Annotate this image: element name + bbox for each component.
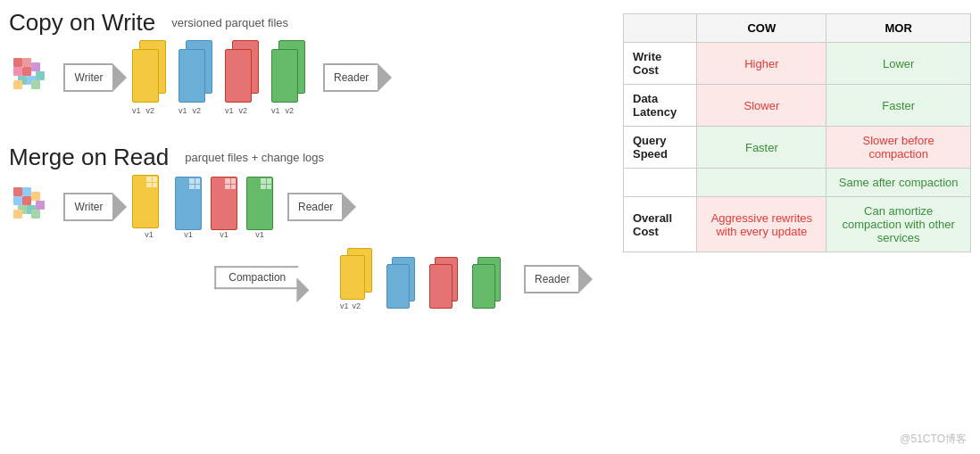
cow-file-4: v1 v2 [271,40,309,115]
mor-f2-v1: v1 [184,230,193,239]
svg-rect-17 [36,201,45,210]
table-row: Data Latency Slower Faster [624,85,971,127]
cow-title: Copy on Write [9,9,155,36]
comp-file-1: v1 v2 [340,248,378,310]
cow-flow: Writer v1 v2 [9,40,614,115]
svg-rect-7 [36,71,45,80]
comparison-table-section: COW MOR Write Cost Higher Lower Data Lat… [623,9,971,445]
mor-query-speed: Slower before compaction [826,127,971,169]
cow-f1-v2: v2 [146,106,155,115]
table-row: Overall Cost Aggressive rewrites with ev… [624,197,971,252]
cow-file-3: v1 v2 [225,40,262,115]
cow-reader-label: Reader [323,63,378,92]
comparison-table: COW MOR Write Cost Higher Lower Data Lat… [623,13,971,252]
compaction-arrow: Compaction [212,254,312,303]
svg-rect-10 [13,187,22,196]
svg-rect-12 [13,196,22,205]
compaction-arrowhead [296,277,309,302]
mor-reader-label: Reader [287,193,342,221]
svg-rect-2 [13,67,22,76]
cow-data-latency: Slower [697,85,826,127]
comp-file-3 [429,257,463,310]
mor-file-3: v1 [211,177,237,239]
cow-f3-v1: v1 [225,106,234,115]
row-label-overall-cost: Overall Cost [624,197,697,252]
mor-files: v1 v1 [132,175,277,239]
mor-f3-v1: v1 [220,230,228,239]
svg-rect-4 [31,62,40,71]
compaction-row: Compaction v1 v2 [214,248,614,310]
mor-writer-arrow: Writer [63,193,127,221]
row-label-empty [624,169,697,197]
cow-f1-v1: v1 [132,106,141,115]
cow-files: v1 v2 v1 v2 [132,40,312,115]
comp-file-2 [386,257,420,310]
mor-blob-icon [9,183,58,232]
mor-writer-label: Writer [63,193,112,221]
mor-f4-v1: v1 [255,230,264,239]
mor-file-2: v1 [175,177,202,239]
cow-file-2: v1 v2 [179,40,216,115]
cow-subtitle: versioned parquet files [171,16,288,29]
table-row: Same after compaction [624,169,971,197]
mor-subtitle: parquet files + change logs [185,151,324,164]
svg-rect-14 [31,192,40,201]
svg-rect-19 [31,210,40,219]
mor-f1-v1: v1 [145,230,154,239]
svg-rect-1 [22,58,31,67]
cow-f4-v1: v1 [271,106,280,115]
mor-title: Merge on Read [9,144,169,170]
row-label-data-latency: Data Latency [624,85,697,127]
cow-query-speed: Faster [697,127,826,169]
table-row: Write Cost Higher Lower [624,43,971,85]
cow-writer-arrow: Writer [63,63,127,92]
mor-reader-arrowhead [342,193,356,221]
mor-writer-arrowhead [112,193,127,221]
svg-rect-13 [22,196,31,205]
row-label-write-cost: Write Cost [624,43,697,85]
main-container: Copy on Write versioned parquet files [0,0,980,454]
mor-reader-arrow: Reader [287,193,356,221]
mor-file-1: v1 [132,175,166,239]
watermark: @51CTO博客 [900,432,967,447]
cow-reader-arrow: Reader [323,63,392,92]
table-header-label [624,14,697,43]
table-row: Query Speed Faster Slower before compact… [624,127,971,169]
mor-data-latency: Faster [826,85,971,127]
mor-overall-cost: Can amortize compaction with other servi… [826,197,971,252]
row-label-query-speed: Query Speed [624,127,697,169]
mor-same-after: Same after compaction [826,169,971,197]
cow-f2-v1: v1 [179,106,187,115]
comp-file-4 [472,257,506,310]
compaction-label: Compaction [214,266,298,289]
compacted-files: v1 v2 [340,248,510,310]
mor-section: Merge on Read parquet files + change log… [9,144,614,310]
mor-file-4: v1 [246,177,273,239]
comp-reader-arrow: Reader [524,265,593,293]
table-header-mor: MOR [826,14,971,43]
cow-empty [697,169,826,197]
cow-f3-v2: v2 [239,106,248,115]
svg-rect-0 [13,58,22,67]
table-header-row: COW MOR [624,14,971,43]
cow-file-1: v1 v2 [132,40,170,115]
cow-section: Copy on Write versioned parquet files [9,9,614,115]
mor-flow: Writer [9,175,614,239]
cow-f2-v2: v2 [193,106,202,115]
comp-reader-arrowhead [578,265,593,293]
svg-rect-8 [13,80,22,89]
svg-rect-18 [13,210,22,219]
svg-rect-11 [22,187,31,196]
cow-f4-v2: v2 [286,106,295,115]
mor-write-cost: Lower [826,43,971,85]
svg-rect-9 [31,80,40,89]
left-section: Copy on Write versioned parquet files [9,9,614,445]
cow-write-cost: Higher [697,43,826,85]
comp-reader-label: Reader [524,265,578,293]
cow-blob-icon [9,54,58,103]
table-header-cow: COW [697,14,826,43]
cow-reader-arrowhead [378,63,392,92]
cow-writer-arrowhead [112,63,127,92]
cow-writer-label: Writer [63,63,112,92]
cow-overall-cost: Aggressive rewrites with every update [697,197,826,252]
